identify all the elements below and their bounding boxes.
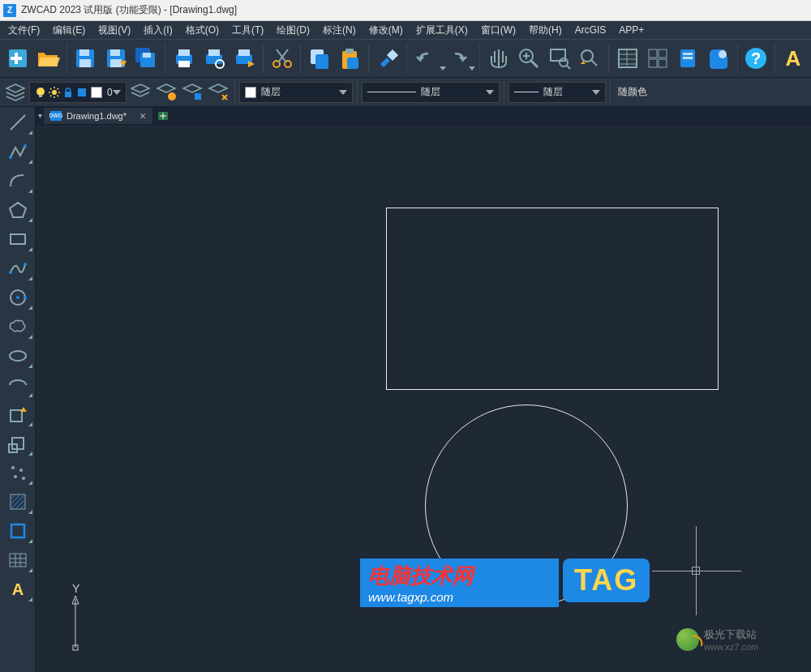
menu-window[interactable]: 窗口(W)	[474, 22, 522, 39]
color-dropdown[interactable]: 随层	[239, 82, 353, 103]
menu-help[interactable]: 帮助(H)	[522, 22, 569, 39]
menu-extend[interactable]: 扩展工具(X)	[410, 22, 474, 39]
svg-line-38	[591, 60, 597, 66]
table-button[interactable]	[2, 546, 34, 574]
matchprop-button[interactable]	[373, 42, 401, 75]
line-sample-icon	[367, 92, 416, 92]
svg-rect-8	[110, 59, 122, 67]
ellipse-button[interactable]	[2, 342, 34, 370]
layer-previous-button[interactable]	[128, 80, 152, 105]
properties-button[interactable]	[613, 42, 642, 75]
arc-button[interactable]	[2, 167, 34, 195]
drawing-viewport[interactable]: Y 电脑技术网 www.tagxp.com TAG 极光下载站 www.xz7.…	[36, 125, 811, 672]
tab-drawing1[interactable]: DWG Drawing1.dwg* ×	[44, 108, 152, 124]
svg-rect-19	[238, 49, 250, 56]
publish-button[interactable]	[230, 42, 259, 75]
line-button[interactable]	[2, 109, 34, 136]
svg-rect-14	[178, 61, 190, 67]
menu-tools[interactable]: 工具(T)	[225, 22, 270, 39]
svg-rect-25	[315, 54, 328, 69]
circle-button[interactable]	[2, 284, 34, 311]
svg-rect-28	[347, 58, 358, 69]
point-button[interactable]	[2, 459, 34, 486]
svg-line-88	[11, 494, 15, 499]
spline-button[interactable]	[2, 255, 34, 282]
dwg-icon: DWG	[50, 111, 62, 121]
copy-button[interactable]	[305, 42, 333, 75]
svg-rect-11	[143, 53, 151, 58]
sheet-set-button[interactable]	[704, 42, 732, 75]
new-tab-button[interactable]	[156, 108, 172, 124]
revcloud-button[interactable]	[2, 313, 34, 340]
help-button[interactable]: ?	[741, 42, 770, 75]
undo-dropdown-icon[interactable]	[440, 66, 446, 71]
pan-button[interactable]	[484, 42, 513, 75]
rectangle-entity[interactable]	[386, 208, 719, 390]
menu-file[interactable]: 文件(F)	[2, 22, 46, 39]
rectangle-button[interactable]	[2, 225, 34, 253]
redo-dropdown-icon[interactable]	[469, 66, 475, 71]
svg-line-92	[20, 504, 25, 509]
svg-line-70	[11, 115, 25, 130]
saveall-button[interactable]	[132, 42, 161, 75]
polyline-button[interactable]	[2, 138, 34, 165]
close-icon[interactable]: ×	[139, 109, 146, 122]
menu-draw[interactable]: 绘图(D)	[270, 22, 316, 39]
design-center-button[interactable]	[643, 42, 672, 75]
undo-button[interactable]	[410, 42, 439, 75]
zoom-realtime-button[interactable]	[515, 42, 543, 75]
redo-button[interactable]	[448, 42, 470, 75]
canvas-area[interactable]: ▾ DWG Drawing1.dwg* × Y	[36, 107, 811, 672]
save-button[interactable]	[71, 42, 100, 75]
region-button[interactable]	[2, 517, 34, 545]
app-icon: Z	[3, 4, 16, 17]
layer-isolate-button[interactable]	[180, 80, 204, 105]
svg-point-51	[719, 50, 727, 58]
ellipse-arc-button[interactable]	[2, 371, 34, 399]
mtext-button[interactable]: A	[2, 576, 34, 603]
insert-block-button[interactable]	[2, 400, 34, 428]
menu-dimension[interactable]: 标注(N)	[316, 22, 363, 39]
print-button[interactable]	[169, 42, 198, 75]
svg-point-71	[9, 156, 12, 159]
make-block-button[interactable]	[2, 430, 34, 457]
open-button[interactable]	[33, 42, 62, 75]
svg-point-86	[22, 477, 25, 480]
layer-state-button[interactable]	[154, 80, 178, 105]
cut-button[interactable]	[268, 42, 296, 75]
polygon-button[interactable]	[2, 196, 34, 224]
zoom-window-button[interactable]	[545, 42, 573, 75]
svg-rect-39	[619, 49, 637, 67]
menu-format[interactable]: 格式(O)	[179, 22, 225, 39]
print-preview-button[interactable]	[200, 42, 228, 75]
layer-name: 0	[107, 87, 113, 98]
paste-button[interactable]	[336, 42, 364, 75]
layer-dropdown[interactable]: 0	[29, 82, 127, 103]
text-button[interactable]: A	[779, 42, 808, 75]
tab-list-dropdown[interactable]: ▾	[36, 107, 44, 125]
chevron-down-icon	[113, 90, 121, 95]
saveas-button[interactable]	[101, 42, 130, 75]
menu-view[interactable]: 视图(V)	[92, 22, 137, 39]
menu-app[interactable]: APP+	[612, 23, 650, 37]
watermark-tag: TAG	[563, 559, 650, 602]
svg-point-78	[24, 296, 27, 299]
linetype-dropdown[interactable]: 随层	[362, 82, 500, 103]
menu-arcgis[interactable]: ArcGIS	[569, 23, 613, 37]
tool-palette-button[interactable]	[674, 42, 702, 75]
svg-line-36	[567, 66, 570, 69]
layer-match-button[interactable]	[206, 80, 230, 105]
ucs-icon: Y	[52, 583, 92, 656]
hatch-button[interactable]	[2, 488, 34, 516]
lineweight-dropdown[interactable]: 随层	[508, 82, 606, 103]
layer-manager-button[interactable]	[3, 80, 28, 105]
svg-point-35	[560, 58, 568, 66]
menu-edit[interactable]: 编辑(E)	[46, 22, 92, 39]
svg-rect-45	[659, 49, 667, 58]
menu-insert[interactable]: 插入(I)	[137, 22, 178, 39]
svg-rect-73	[11, 234, 25, 244]
menu-modify[interactable]: 修改(M)	[363, 22, 410, 39]
new-button[interactable]	[3, 42, 32, 75]
cursor-pickbox	[692, 567, 700, 575]
zoom-previous-button[interactable]	[576, 42, 604, 75]
